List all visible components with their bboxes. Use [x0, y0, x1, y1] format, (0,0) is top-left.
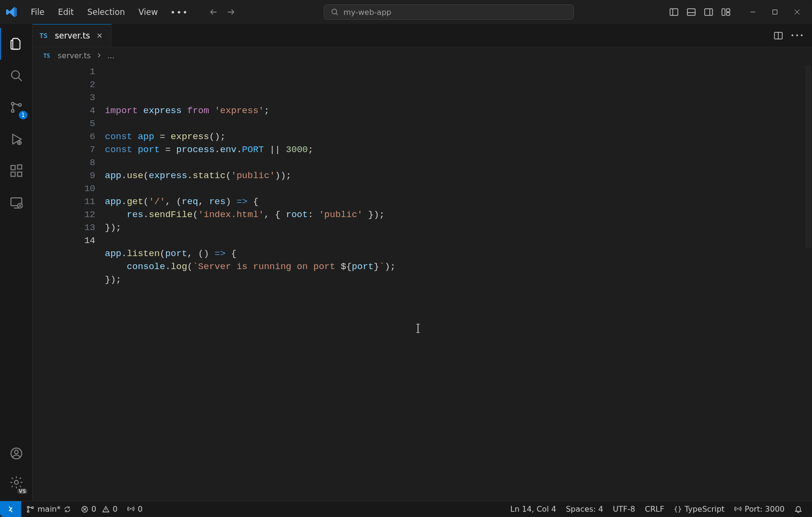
svg-rect-16 — [17, 165, 22, 169]
code-content[interactable]: import express from 'express';const app … — [105, 64, 812, 501]
tab-server-ts[interactable]: TS server.ts — [33, 24, 112, 47]
tab-label: server.ts — [55, 31, 90, 40]
scrollbar-thumb[interactable] — [805, 65, 811, 248]
code-line[interactable] — [105, 182, 812, 195]
toggle-panel-button[interactable] — [683, 4, 699, 20]
activity-explorer[interactable] — [0, 28, 32, 60]
menu-edit[interactable]: Edit — [52, 4, 79, 20]
status-errors-count: 0 — [91, 504, 96, 514]
activity-source-control[interactable]: 1 — [0, 91, 32, 123]
status-forwarded-port[interactable]: Port: 3000 — [729, 501, 789, 517]
svg-point-9 — [11, 103, 14, 105]
status-language-mode[interactable]: TypeScript — [669, 501, 729, 517]
editor-more-actions-button[interactable]: ••• — [790, 28, 805, 43]
chevron-right-icon — [96, 52, 102, 59]
code-line[interactable]: app.get('/', (req, res) => { — [105, 195, 812, 208]
line-number-gutter: 1234567891011121314 — [33, 64, 105, 501]
bell-icon — [794, 505, 802, 513]
line-number: 12 — [33, 208, 95, 221]
window-close-button[interactable] — [786, 2, 808, 22]
code-line[interactable]: const app = express(); — [105, 130, 812, 143]
remote-indicator[interactable] — [0, 501, 21, 517]
menu-file[interactable]: File — [25, 4, 50, 20]
code-line[interactable]: }); — [105, 273, 812, 286]
vscode-logo-icon — [5, 5, 18, 19]
code-line[interactable] — [105, 156, 812, 169]
command-center[interactable]: my-web-app — [324, 4, 574, 20]
code-line[interactable] — [105, 117, 812, 130]
braces-icon — [674, 505, 682, 513]
activity-search[interactable] — [0, 60, 32, 91]
window-maximize-button[interactable] — [764, 2, 786, 22]
svg-rect-15 — [17, 172, 22, 177]
status-bar: main* 0 0 0 — [0, 501, 812, 517]
activity-manage[interactable]: VS — [0, 468, 32, 497]
menu-overflow[interactable]: ••• — [165, 4, 193, 20]
code-line[interactable]: res.sendFile('index.html', { root: 'publ… — [105, 208, 812, 221]
line-number: 10 — [33, 182, 95, 195]
typescript-file-icon: TS — [43, 51, 53, 60]
search-icon — [331, 8, 339, 16]
error-icon — [81, 505, 89, 513]
activity-run-debug[interactable] — [0, 123, 32, 155]
svg-point-21 — [14, 480, 18, 484]
activity-remote-explorer[interactable] — [0, 187, 32, 219]
code-line[interactable]: console.log(`Server is running on port $… — [105, 260, 812, 273]
status-cursor-position[interactable]: Ln 14, Col 4 — [506, 501, 561, 517]
svg-text:TS: TS — [39, 32, 48, 39]
breadcrumb-trail: ... — [107, 51, 114, 60]
status-notifications[interactable] — [789, 501, 807, 517]
menu-selection[interactable]: Selection — [81, 4, 130, 20]
split-editor-button[interactable] — [771, 28, 786, 43]
sync-icon — [63, 505, 71, 513]
nav-back-button[interactable] — [207, 5, 220, 19]
line-number: 7 — [33, 143, 95, 156]
toggle-primary-sidebar-button[interactable] — [666, 4, 682, 20]
status-encoding[interactable]: UTF-8 — [608, 501, 640, 517]
svg-rect-1 — [670, 9, 678, 15]
svg-rect-5 — [726, 9, 730, 12]
status-indentation[interactable]: Spaces: 4 — [561, 501, 608, 517]
line-number: 11 — [33, 195, 95, 208]
code-line[interactable]: import express from 'express'; — [105, 104, 812, 117]
code-line[interactable]: }); — [105, 221, 812, 234]
editor[interactable]: 1234567891011121314 import express from … — [33, 64, 812, 501]
svg-rect-3 — [705, 9, 712, 15]
warning-icon — [102, 505, 110, 513]
status-ports-count: 0 — [138, 504, 142, 514]
line-number: 5 — [33, 117, 95, 130]
tab-close-button[interactable] — [95, 31, 104, 40]
svg-point-30 — [130, 508, 132, 509]
customize-layout-button[interactable] — [718, 4, 734, 20]
code-line[interactable] — [105, 234, 812, 247]
status-branch[interactable]: main* — [21, 501, 76, 517]
toggle-secondary-sidebar-button[interactable] — [700, 4, 717, 20]
code-line[interactable]: app.listen(port, () => { — [105, 247, 812, 260]
line-number: 2 — [33, 78, 95, 91]
git-branch-icon — [26, 505, 35, 514]
code-line[interactable]: app.use(express.static('public')); — [105, 169, 812, 182]
status-ports[interactable]: 0 — [122, 501, 147, 517]
status-eol[interactable]: CRLF — [640, 501, 669, 517]
menu-view[interactable]: View — [133, 4, 164, 20]
profile-badge: VS — [17, 489, 27, 494]
breadcrumb[interactable]: TS server.ts ... — [33, 47, 812, 64]
svg-text:TS: TS — [43, 52, 50, 59]
svg-rect-4 — [722, 9, 725, 15]
text-cursor-icon — [418, 323, 419, 333]
line-number: 8 — [33, 156, 95, 169]
source-control-badge: 1 — [19, 111, 27, 119]
svg-rect-6 — [726, 13, 730, 15]
activity-extensions[interactable] — [0, 155, 32, 187]
code-line[interactable]: const port = process.env.PORT || 3000; — [105, 143, 812, 156]
menu-bar: File Edit Selection View ••• — [25, 4, 193, 20]
status-problems[interactable]: 0 0 — [76, 501, 122, 517]
nav-forward-button[interactable] — [224, 5, 238, 19]
activity-accounts[interactable] — [0, 439, 32, 468]
window-minimize-button[interactable] — [742, 2, 764, 22]
line-number: 3 — [33, 91, 95, 104]
typescript-file-icon: TS — [39, 30, 50, 41]
svg-rect-13 — [11, 166, 15, 170]
radio-tower-icon — [734, 505, 742, 513]
status-branch-label: main* — [38, 504, 61, 514]
